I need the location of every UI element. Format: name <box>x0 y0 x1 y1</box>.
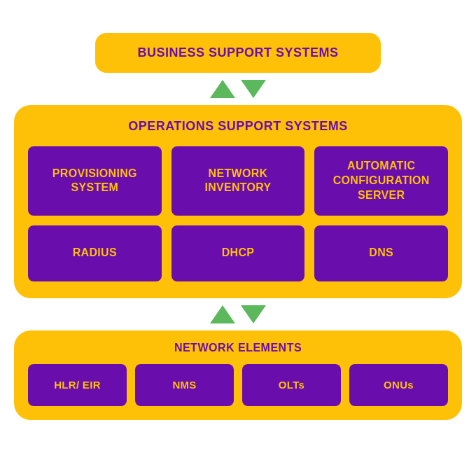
diagram-container: BUSINESS SUPPORT SYSTEMS OPERATIONS SUPP… <box>14 33 462 419</box>
oss-item-acs-label: AUTOMATICCONFIGURATIONSERVER <box>333 159 430 202</box>
ne-item-hlr: HLR/ EIR <box>28 364 127 406</box>
arrow-down-icon-2 <box>241 305 266 323</box>
oss-grid: PROVISIONINGSYSTEM NETWORKINVENTORY AUTO… <box>28 146 448 281</box>
bss-label: BUSINESS SUPPORT SYSTEMS <box>137 46 338 60</box>
arrow-up-icon-2 <box>210 305 235 323</box>
oss-item-radius-label: RADIUS <box>73 246 117 260</box>
arrows-2 <box>210 305 266 323</box>
oss-item-provisioning: PROVISIONINGSYSTEM <box>28 146 162 215</box>
ne-item-nms: NMS <box>135 364 234 406</box>
oss-item-network-inventory: NETWORKINVENTORY <box>172 146 305 215</box>
oss-item-radius: RADIUS <box>28 225 162 281</box>
oss-item-provisioning-label: PROVISIONINGSYSTEM <box>52 167 137 196</box>
ne-item-onus: ONUs <box>349 364 448 406</box>
ne-item-olts: OLTs <box>242 364 341 406</box>
oss-item-dns: DNS <box>314 225 448 281</box>
ne-item-olts-label: OLTs <box>279 379 304 391</box>
oss-item-dhcp-label: DHCP <box>222 246 255 260</box>
oss-title: OPERATIONS SUPPORT SYSTEMS <box>128 119 348 134</box>
oss-box: OPERATIONS SUPPORT SYSTEMS PROVISIONINGS… <box>14 105 462 298</box>
ne-item-onus-label: ONUs <box>384 379 414 391</box>
oss-item-dns-label: DNS <box>369 246 393 260</box>
ne-item-nms-label: NMS <box>172 379 196 391</box>
ne-box: NETWORK ELEMENTS HLR/ EIR NMS OLTs ONUs <box>14 330 462 420</box>
ne-title: NETWORK ELEMENTS <box>174 342 302 354</box>
oss-item-acs: AUTOMATICCONFIGURATIONSERVER <box>314 146 448 215</box>
arrow-up-icon <box>210 80 235 98</box>
oss-item-dhcp: DHCP <box>172 225 305 281</box>
arrow-down-icon <box>241 80 266 98</box>
bss-box: BUSINESS SUPPORT SYSTEMS <box>95 33 380 73</box>
arrows-1 <box>210 80 266 98</box>
ne-item-hlr-label: HLR/ EIR <box>54 379 101 391</box>
ne-grid: HLR/ EIR NMS OLTs ONUs <box>28 364 448 406</box>
oss-item-network-inventory-label: NETWORKINVENTORY <box>204 167 271 196</box>
